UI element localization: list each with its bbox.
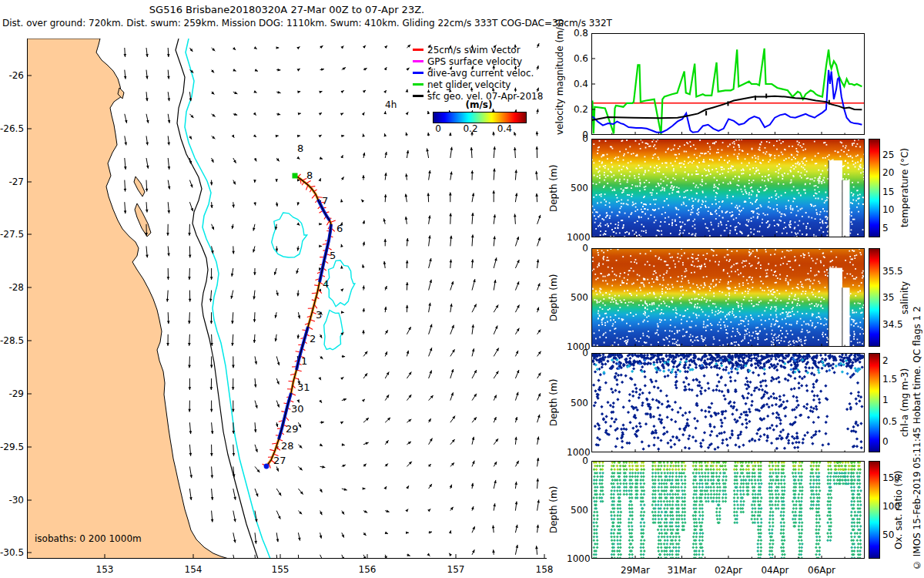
chlorophyll-colorbar (869, 353, 880, 452)
oxygen-panel (591, 461, 865, 559)
velocity-colorbar-tick: 0.2 (460, 123, 480, 134)
waypoint-label: 31 (297, 381, 310, 393)
chl-scatter-low (591, 353, 865, 451)
velocity-tick-label: 0.8 (570, 28, 588, 39)
velocity-panel (591, 33, 865, 135)
mission-stats-subtitle: Dist. over ground: 720km. Dist. swum: 25… (2, 18, 612, 29)
lat-tick-label: -29.5 (0, 442, 24, 452)
salinity-section-colorbar-tick: 35.5 (882, 266, 909, 277)
waypoint-label: 29 (286, 423, 299, 435)
lat-tick-label: -26.5 (0, 123, 24, 134)
legend-item: GPS surface velocity (413, 55, 567, 67)
depth-tick-label: 500 (567, 398, 588, 408)
chl-colorbar-tick: 0.5 (882, 416, 909, 427)
salinity-ylabel: Depth (m) (548, 248, 559, 347)
lat-tick-label: -26 (0, 70, 24, 81)
lat-tick-label: -27 (0, 176, 24, 187)
chl-colorbar-tick: 1 (882, 395, 909, 405)
arrow-interval-note: 4h (385, 99, 397, 110)
chl-colorbar-tick: 1.5 (882, 374, 909, 385)
island (135, 203, 151, 237)
data-gap (829, 160, 842, 237)
depth-tick-label: 1000 (567, 553, 588, 564)
waypoint-label: 7 (322, 195, 328, 207)
lon-tick-label: 153 (93, 564, 116, 575)
oxygen-colorbar-tick: 150 (882, 472, 909, 483)
temperature-section-colorbar-tick: 5 (882, 223, 909, 234)
legend-item-label: net glider velocity (427, 79, 511, 90)
velocity-ylabel: velocity magnitude (m/s) (554, 33, 565, 135)
lon-tick-label: 155 (269, 564, 292, 575)
temperature-section-colorbar-tick: 15 (882, 187, 909, 197)
isobath-1000m (185, 39, 270, 559)
temperature-ylabel: Depth (m) (548, 139, 559, 237)
data-gap (829, 268, 842, 347)
velocity-colorbar-title: (m/s) (433, 99, 525, 110)
map-legend: 25cm/s swim vectorGPS surface velocitydi… (413, 44, 567, 102)
oxygen-ylabel: Depth (m) (548, 461, 559, 559)
depth-tick-label: 500 (567, 505, 588, 516)
lon-tick-label: 154 (182, 564, 205, 575)
waypoint-label: 3 (316, 309, 322, 321)
velocity-tick-label: 0.4 (570, 79, 588, 89)
salinity-section-colorbar-tick: 35 (882, 292, 909, 303)
eddy-contour (326, 260, 355, 307)
lat-tick-label: -28.5 (0, 335, 24, 346)
temperature-section-field (591, 139, 865, 237)
waypoint-label: 8 (306, 170, 313, 181)
lon-tick-label: 157 (444, 564, 467, 575)
depth-tick-label: 500 (567, 292, 588, 303)
velocity-colorbar-tick: 0 (428, 123, 448, 134)
waypoint-label: 30 (291, 403, 304, 415)
waypoint-label: 6 (336, 223, 343, 234)
lon-tick-label: 158 (533, 564, 556, 575)
imos-credit: © IMOS 15-Feb-2019 05:11:45 Hobart time.… (912, 62, 922, 570)
glider-mission-dashboard: SG516 Brisbane20180320A 27-Mar 00Z to 07… (0, 0, 924, 578)
depth-tick-label: 0 (567, 243, 588, 254)
oxygen-colorbar-tick: 50 (882, 529, 909, 540)
legend-item-label: dive-avg current veloc. (427, 68, 534, 79)
temperature-colorbar (869, 139, 880, 237)
temperature-section-colorbar-tick: 10 (882, 204, 909, 215)
legend-dash-icon (413, 83, 424, 86)
depth-tick-label: 0 (567, 348, 588, 358)
salinity-colorbar (869, 248, 880, 347)
lon-tick-label: 156 (356, 564, 379, 575)
date-tick-label: 06Apr (802, 565, 841, 576)
chlorophyll-panel (591, 353, 865, 452)
track-current-position-marker (293, 173, 298, 179)
series-smoothed-cog (591, 96, 862, 120)
page-title: SG516 Brisbane20180320A 27-Mar 00Z to 07… (27, 4, 547, 15)
isobaths-note: isobaths: 0 200 1000m (35, 533, 142, 544)
data-gap (842, 180, 850, 237)
legend-dash-icon (413, 49, 424, 51)
waypoint-label: 2 (310, 333, 316, 344)
lat-tick-label: -30.5 (0, 547, 24, 558)
velocity-colorbar-tick: 0.4 (494, 123, 514, 134)
date-tick-label: 02Apr (709, 565, 748, 576)
depth-tick-label: 1000 (567, 232, 588, 243)
depth-tick-label: 500 (567, 183, 588, 193)
chlorophyll-ylabel: Depth (m) (548, 353, 559, 452)
land-mass (27, 39, 229, 559)
waypoint-label: 1 (301, 355, 307, 367)
island (134, 176, 145, 197)
chl-colorbar-tick: 0 (882, 436, 909, 447)
salinity-section-field (591, 248, 865, 347)
waypoint-label: 4 (323, 278, 329, 290)
waypoint-label: 27 (273, 455, 286, 466)
legend-item: 25cm/s swim vector (413, 44, 567, 55)
chl-colorbar-tick: 2 (882, 355, 909, 366)
legend-item-label: 25cm/s swim vector (427, 45, 521, 55)
lat-tick-label: -29 (0, 388, 24, 399)
waypoint-label: 28 (281, 440, 294, 452)
temperature-section-colorbar-tick: 20 (882, 167, 909, 178)
date-tick-label: 04Apr (755, 565, 794, 576)
eddy-contour (324, 311, 343, 350)
salinity-panel (591, 248, 865, 347)
legend-dash-icon (413, 95, 424, 97)
oxygen-scatter-seagreen (592, 472, 862, 559)
date-tick-label: 31Mar (663, 565, 701, 576)
legend-item: dive-avg current veloc. (413, 67, 567, 79)
velocity-colorbar (433, 112, 527, 123)
